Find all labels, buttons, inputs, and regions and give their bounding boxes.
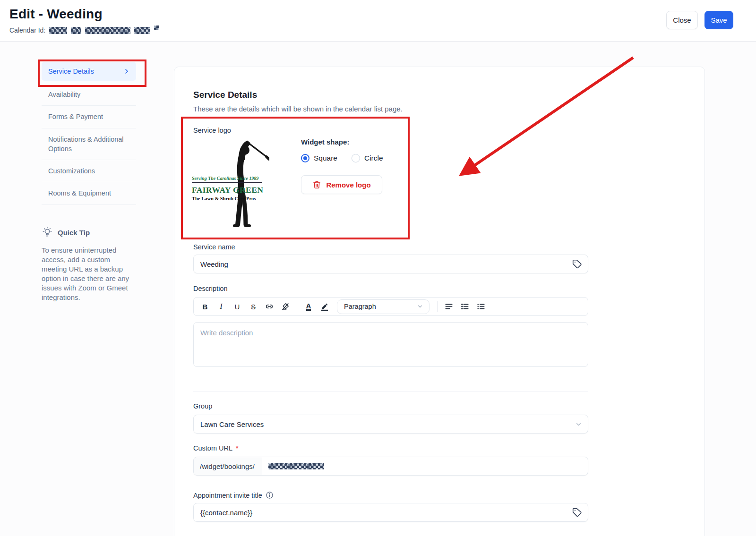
invite-title-label: Appointment invite title (193, 492, 262, 499)
highlight-button[interactable] (317, 299, 332, 314)
service-logo-image: Serving The Carolinas Since 1989 FAIRWAY… (192, 139, 268, 230)
quick-tip-body: To ensure uninterrupted access, add a cu… (42, 246, 136, 302)
required-asterisk: * (236, 444, 238, 452)
sidebar-item-customizations[interactable]: Customizations (42, 160, 136, 182)
sidebar-item-notifications-options[interactable]: Notifications & Additional Options (42, 128, 136, 161)
calendar-id-label: Calendar Id: (9, 26, 45, 34)
clear-formatting-button[interactable] (278, 299, 293, 314)
tag-icon[interactable] (572, 259, 582, 269)
numbered-list-button[interactable] (473, 299, 489, 314)
custom-url-label: Custom URL (193, 444, 232, 452)
sidebar-item-service-details[interactable]: Service Details (42, 62, 136, 81)
service-details-panel: Service Details These are the details wh… (174, 67, 705, 536)
service-logo-text: Serving The Carolinas Since 1989 FAIRWAY… (192, 176, 251, 201)
custom-url-prefix: /widget/bookings/ (194, 457, 262, 475)
highlighter-icon (320, 302, 329, 311)
radio-circle-control[interactable] (352, 154, 360, 162)
custom-url-redacted (268, 463, 324, 469)
radio-square-control[interactable] (301, 154, 309, 162)
align-left-button[interactable] (441, 299, 456, 314)
description-label: Description (193, 285, 228, 292)
invite-title-input[interactable]: {{contact.name}} (193, 503, 588, 522)
service-name-input[interactable]: Weeding (193, 255, 588, 273)
custom-url-label-row: Custom URL * (193, 444, 238, 452)
remove-logo-label: Remove logo (326, 181, 370, 189)
close-button[interactable]: Close (666, 11, 698, 29)
description-textarea[interactable]: Write description (193, 322, 588, 367)
service-name-label: Service name (193, 243, 235, 251)
sidebar-item-label: Service Details (48, 67, 94, 76)
numbered-list-icon (476, 302, 486, 311)
calendar-id-redacted (134, 27, 150, 34)
text-color-icon: A (306, 302, 311, 311)
section-title: Service Details (193, 90, 257, 100)
custom-url-input[interactable]: /widget/bookings/ (193, 457, 588, 476)
logo-brand: FAIRWAY GREEN (192, 185, 251, 195)
underline-button[interactable]: U (230, 299, 245, 314)
paragraph-style-value: Paragraph (344, 303, 376, 310)
group-label: Group (193, 402, 212, 410)
calendar-id-redacted (49, 27, 67, 34)
chevron-down-icon (417, 303, 423, 310)
radio-square-label: Square (314, 154, 337, 162)
sidebar-item-rooms-equipment[interactable]: Rooms & Equipment (42, 182, 136, 204)
group-select[interactable]: Lawn Care Services (193, 415, 588, 434)
quick-tip: Quick Tip To ensure uninterrupted access… (42, 227, 136, 302)
toolbar-divider (297, 301, 297, 312)
sidebar-item-forms-payment[interactable]: Forms & Payment (42, 106, 136, 128)
logo-tagline: Serving The Carolinas Since 1989 (192, 176, 251, 181)
bullet-list-button[interactable] (457, 299, 472, 314)
invite-title-value: {{contact.name}} (200, 509, 252, 517)
bold-button[interactable]: B (198, 299, 213, 314)
radio-circle[interactable]: Circle (352, 154, 383, 162)
section-divider (193, 391, 588, 391)
page-title: Edit - Weeding (9, 7, 103, 22)
sidebar-item-availability[interactable]: Availability (42, 84, 136, 106)
save-button[interactable]: Save (704, 11, 733, 29)
group-value: Lawn Care Services (200, 420, 264, 428)
bullet-list-icon (460, 302, 470, 311)
radio-square[interactable]: Square (301, 154, 337, 162)
align-left-icon (444, 302, 454, 311)
header: Edit - Weeding Calendar Id: Close Save (0, 0, 756, 42)
trash-icon (312, 180, 321, 189)
widget-shape-label: Widget shape: (301, 138, 383, 146)
paragraph-style-select[interactable]: Paragraph (337, 299, 430, 314)
service-name-value: Weeding (200, 260, 228, 268)
header-actions: Close Save (666, 11, 733, 29)
chevron-down-icon (575, 421, 582, 428)
strikethrough-button[interactable]: S (246, 299, 261, 314)
lightbulb-icon (42, 227, 53, 238)
remove-logo-button[interactable]: Remove logo (301, 175, 382, 194)
tag-icon[interactable] (572, 507, 582, 518)
calendar-id-redacted (154, 26, 159, 30)
quick-tip-title: Quick Tip (58, 229, 90, 237)
service-logo-label: Service logo (193, 127, 231, 134)
custom-url-value (262, 457, 324, 475)
page: Edit - Weeding Calendar Id: Close Save S… (0, 0, 756, 536)
calendar-id-redacted (85, 27, 130, 34)
toolbar-divider (437, 301, 438, 312)
radio-circle-label: Circle (364, 154, 383, 162)
calendar-id-row: Calendar Id: (9, 26, 159, 34)
link-button[interactable] (262, 299, 277, 314)
text-color-button[interactable]: A (301, 299, 316, 314)
rich-text-toolbar: B I U S A Paragraph (193, 297, 588, 316)
italic-button[interactable]: I (214, 299, 229, 314)
info-icon[interactable] (266, 491, 274, 499)
chevron-right-icon (123, 68, 130, 75)
logo-rule (192, 182, 262, 183)
link-icon (265, 302, 274, 311)
section-subtitle: These are the details which will be show… (193, 105, 403, 113)
invite-title-label-row: Appointment invite title (193, 491, 274, 499)
sidebar-nav: Service Details Availability Forms & Pay… (42, 62, 136, 205)
logo-brand-subtitle: The Lawn & Shrub Care Pros (192, 196, 251, 201)
calendar-id-redacted (71, 27, 81, 34)
widget-shape-group: Widget shape: Square Circle Remove logo (301, 138, 383, 194)
clear-formatting-icon (281, 302, 290, 311)
